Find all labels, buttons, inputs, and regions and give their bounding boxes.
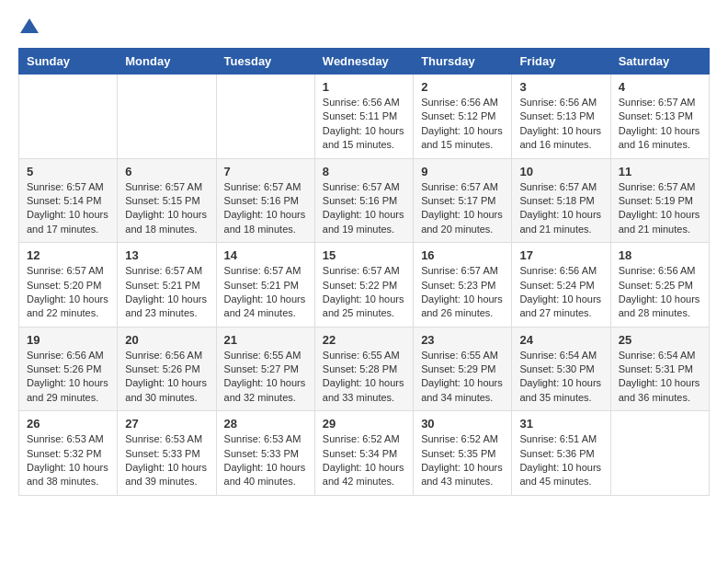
day-info-text: Sunrise: 6:51 AM xyxy=(519,432,602,446)
calendar-empty-cell xyxy=(610,411,709,496)
day-info-text: Daylight: 10 hours and 22 minutes. xyxy=(27,293,109,321)
day-info-text: Sunrise: 6:57 AM xyxy=(421,180,504,194)
day-info-text: Sunset: 5:30 PM xyxy=(519,362,602,376)
calendar-empty-cell xyxy=(216,75,314,159)
calendar-day-28: 28Sunrise: 6:53 AMSunset: 5:33 PMDayligh… xyxy=(216,411,314,496)
day-info-text: Daylight: 10 hours and 42 minutes. xyxy=(323,461,405,489)
day-info-text: Sunrise: 6:55 AM xyxy=(421,349,504,362)
day-info-text: Sunset: 5:33 PM xyxy=(125,447,208,461)
day-info-text: Sunrise: 6:52 AM xyxy=(323,432,405,446)
calendar-day-25: 25Sunrise: 6:54 AMSunset: 5:31 PMDayligh… xyxy=(610,327,709,411)
day-number: 23 xyxy=(421,333,504,347)
day-info-text: Sunset: 5:26 PM xyxy=(125,362,208,376)
day-number: 9 xyxy=(421,165,504,178)
day-info-text: Sunset: 5:23 PM xyxy=(421,279,504,293)
day-info-text: Sunrise: 6:54 AM xyxy=(619,349,701,362)
day-number: 3 xyxy=(519,80,602,94)
day-info-text: Sunrise: 6:55 AM xyxy=(224,349,307,362)
day-info-text: Sunset: 5:27 PM xyxy=(224,362,307,376)
day-info-text: Sunrise: 6:56 AM xyxy=(421,96,504,109)
day-info-text: Sunset: 5:13 PM xyxy=(519,109,602,123)
page-header xyxy=(18,18,710,33)
day-info-text: Daylight: 10 hours and 39 minutes. xyxy=(125,461,208,489)
day-info-text: Sunset: 5:12 PM xyxy=(421,109,504,123)
day-info-text: Sunset: 5:20 PM xyxy=(27,279,109,293)
day-info-text: Daylight: 10 hours and 23 minutes. xyxy=(125,293,208,321)
day-info-text: Sunset: 5:26 PM xyxy=(27,362,109,376)
calendar-day-23: 23Sunrise: 6:55 AMSunset: 5:29 PMDayligh… xyxy=(414,327,512,411)
day-number: 24 xyxy=(519,333,602,347)
day-number: 17 xyxy=(519,248,602,262)
calendar-day-18: 18Sunrise: 6:56 AMSunset: 5:25 PMDayligh… xyxy=(610,243,709,327)
calendar-day-6: 6Sunrise: 6:57 AMSunset: 5:15 PMDaylight… xyxy=(118,158,216,243)
calendar-day-2: 2Sunrise: 6:56 AMSunset: 5:12 PMDaylight… xyxy=(414,75,512,159)
day-number: 2 xyxy=(421,80,504,94)
day-info-text: Daylight: 10 hours and 20 minutes. xyxy=(421,208,504,236)
day-number: 6 xyxy=(125,165,208,178)
day-info-text: Sunrise: 6:57 AM xyxy=(125,264,208,278)
day-number: 16 xyxy=(421,248,504,262)
day-number: 11 xyxy=(619,165,701,178)
calendar-day-19: 19Sunrise: 6:56 AMSunset: 5:26 PMDayligh… xyxy=(19,327,118,411)
calendar-day-4: 4Sunrise: 6:57 AMSunset: 5:13 PMDaylight… xyxy=(610,75,709,159)
day-info-text: Daylight: 10 hours and 19 minutes. xyxy=(323,208,405,236)
day-number: 30 xyxy=(421,417,504,431)
day-info-text: Sunset: 5:14 PM xyxy=(27,194,109,208)
svg-marker-0 xyxy=(20,18,39,33)
day-info-text: Daylight: 10 hours and 16 minutes. xyxy=(519,124,602,153)
calendar-day-27: 27Sunrise: 6:53 AMSunset: 5:33 PMDayligh… xyxy=(118,411,216,496)
day-info-text: Sunset: 5:36 PM xyxy=(519,447,602,461)
day-number: 4 xyxy=(619,80,701,94)
day-info-text: Daylight: 10 hours and 21 minutes. xyxy=(619,208,701,236)
day-info-text: Daylight: 10 hours and 18 minutes. xyxy=(125,208,208,236)
calendar-day-31: 31Sunrise: 6:51 AMSunset: 5:36 PMDayligh… xyxy=(512,411,610,496)
day-number: 26 xyxy=(27,417,109,431)
calendar-week-row: 1Sunrise: 6:56 AMSunset: 5:11 PMDaylight… xyxy=(19,75,710,159)
calendar-day-26: 26Sunrise: 6:53 AMSunset: 5:32 PMDayligh… xyxy=(19,411,118,496)
day-info-text: Sunrise: 6:57 AM xyxy=(224,180,307,194)
day-info-text: Sunrise: 6:57 AM xyxy=(27,264,109,278)
calendar-day-21: 21Sunrise: 6:55 AMSunset: 5:27 PMDayligh… xyxy=(216,327,314,411)
day-info-text: Sunrise: 6:57 AM xyxy=(125,180,208,194)
calendar-day-15: 15Sunrise: 6:57 AMSunset: 5:22 PMDayligh… xyxy=(314,243,413,327)
day-info-text: Daylight: 10 hours and 40 minutes. xyxy=(224,461,307,489)
calendar-day-24: 24Sunrise: 6:54 AMSunset: 5:30 PMDayligh… xyxy=(512,327,610,411)
day-number: 15 xyxy=(323,248,405,262)
day-info-text: Daylight: 10 hours and 15 minutes. xyxy=(421,124,504,153)
day-number: 25 xyxy=(619,333,701,347)
day-info-text: Sunrise: 6:52 AM xyxy=(421,432,504,446)
calendar-day-17: 17Sunrise: 6:56 AMSunset: 5:24 PMDayligh… xyxy=(512,243,610,327)
day-number: 29 xyxy=(323,417,405,431)
day-header-saturday: Saturday xyxy=(610,49,709,75)
day-info-text: Sunset: 5:32 PM xyxy=(27,447,109,461)
day-header-monday: Monday xyxy=(118,49,216,75)
day-info-text: Sunset: 5:35 PM xyxy=(421,447,504,461)
day-info-text: Daylight: 10 hours and 28 minutes. xyxy=(619,293,701,321)
day-header-thursday: Thursday xyxy=(414,49,512,75)
calendar-day-13: 13Sunrise: 6:57 AMSunset: 5:21 PMDayligh… xyxy=(118,243,216,327)
day-info-text: Sunrise: 6:55 AM xyxy=(323,349,405,362)
day-number: 14 xyxy=(224,248,307,262)
day-info-text: Daylight: 10 hours and 17 minutes. xyxy=(27,208,109,236)
day-info-text: Sunrise: 6:57 AM xyxy=(224,264,307,278)
calendar-day-14: 14Sunrise: 6:57 AMSunset: 5:21 PMDayligh… xyxy=(216,243,314,327)
calendar-week-row: 12Sunrise: 6:57 AMSunset: 5:20 PMDayligh… xyxy=(19,243,710,327)
day-info-text: Daylight: 10 hours and 25 minutes. xyxy=(323,293,405,321)
day-info-text: Daylight: 10 hours and 43 minutes. xyxy=(421,461,504,489)
day-info-text: Sunset: 5:28 PM xyxy=(323,362,405,376)
calendar-empty-cell xyxy=(118,75,216,159)
day-info-text: Sunset: 5:11 PM xyxy=(323,109,405,123)
day-info-text: Daylight: 10 hours and 24 minutes. xyxy=(224,293,307,321)
day-info-text: Sunset: 5:17 PM xyxy=(421,194,504,208)
day-info-text: Sunset: 5:29 PM xyxy=(421,362,504,376)
day-info-text: Sunset: 5:24 PM xyxy=(519,279,602,293)
day-info-text: Sunrise: 6:56 AM xyxy=(125,349,208,362)
logo xyxy=(18,18,39,33)
day-info-text: Sunrise: 6:57 AM xyxy=(519,180,602,194)
day-number: 10 xyxy=(519,165,602,178)
day-info-text: Sunrise: 6:57 AM xyxy=(619,96,701,109)
day-info-text: Daylight: 10 hours and 33 minutes. xyxy=(323,376,405,405)
calendar-day-30: 30Sunrise: 6:52 AMSunset: 5:35 PMDayligh… xyxy=(414,411,512,496)
calendar-table: SundayMondayTuesdayWednesdayThursdayFrid… xyxy=(18,48,710,496)
day-info-text: Sunset: 5:34 PM xyxy=(323,447,405,461)
